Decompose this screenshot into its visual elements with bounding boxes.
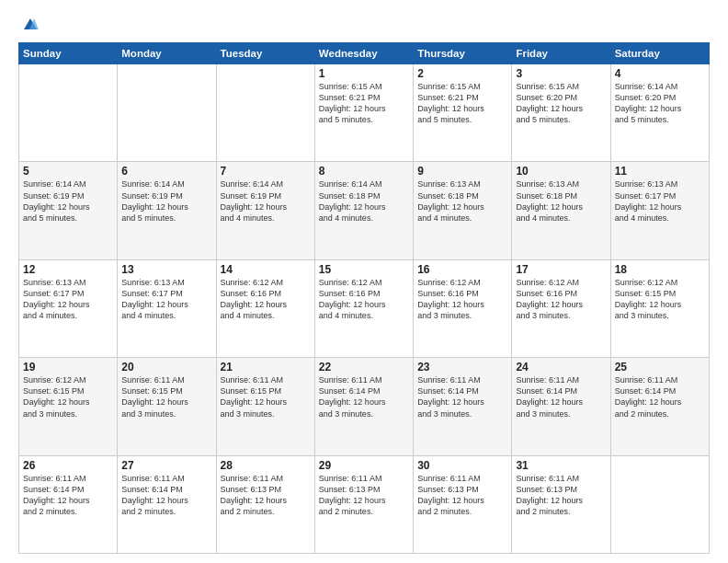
day-info: Sunrise: 6:12 AM Sunset: 6:16 PM Dayligh… [417, 277, 507, 322]
day-info: Sunrise: 6:11 AM Sunset: 6:14 PM Dayligh… [23, 473, 113, 518]
col-header-tuesday: Tuesday [216, 43, 314, 64]
day-number: 7 [221, 165, 311, 178]
day-info: Sunrise: 6:15 AM Sunset: 6:20 PM Dayligh… [516, 81, 606, 126]
day-number: 3 [516, 67, 606, 80]
day-info: Sunrise: 6:13 AM Sunset: 6:17 PM Dayligh… [615, 178, 705, 224]
calendar-header-row: SundayMondayTuesdayWednesdayThursdayFrid… [19, 43, 710, 64]
day-info: Sunrise: 6:14 AM Sunset: 6:18 PM Dayligh… [319, 178, 409, 224]
day-info: Sunrise: 6:11 AM Sunset: 6:15 PM Dayligh… [121, 374, 211, 419]
day-number: 19 [23, 361, 113, 373]
calendar-cell: 13Sunrise: 6:13 AM Sunset: 6:17 PM Dayli… [118, 259, 216, 357]
day-number: 2 [417, 67, 507, 80]
day-number: 12 [23, 263, 113, 276]
calendar-cell: 10Sunrise: 6:13 AM Sunset: 6:18 PM Dayli… [512, 162, 610, 259]
day-number: 13 [121, 263, 211, 276]
day-number: 20 [121, 361, 211, 373]
calendar-cell: 9Sunrise: 6:13 AM Sunset: 6:18 PM Daylig… [414, 162, 512, 259]
day-number: 1 [319, 67, 409, 80]
day-info: Sunrise: 6:11 AM Sunset: 6:14 PM Dayligh… [615, 374, 705, 419]
day-info: Sunrise: 6:12 AM Sunset: 6:15 PM Dayligh… [23, 374, 113, 419]
day-number: 26 [23, 459, 113, 472]
calendar-cell: 15Sunrise: 6:12 AM Sunset: 6:16 PM Dayli… [314, 259, 413, 357]
day-info: Sunrise: 6:11 AM Sunset: 6:14 PM Dayligh… [516, 374, 606, 419]
day-number: 24 [516, 361, 606, 373]
calendar-cell: 24Sunrise: 6:11 AM Sunset: 6:14 PM Dayli… [512, 358, 610, 455]
page: SundayMondayTuesdayWednesdayThursdayFrid… [0, 0, 728, 563]
calendar-cell: 12Sunrise: 6:13 AM Sunset: 6:17 PM Dayli… [19, 259, 118, 357]
calendar-cell: 21Sunrise: 6:11 AM Sunset: 6:15 PM Dayli… [216, 358, 314, 455]
calendar-cell: 31Sunrise: 6:11 AM Sunset: 6:13 PM Dayli… [512, 455, 610, 553]
calendar-cell [19, 64, 118, 162]
calendar-cell: 16Sunrise: 6:12 AM Sunset: 6:16 PM Dayli… [414, 259, 512, 357]
day-number: 27 [121, 459, 211, 472]
day-info: Sunrise: 6:13 AM Sunset: 6:17 PM Dayligh… [23, 277, 113, 322]
col-header-monday: Monday [118, 43, 216, 64]
calendar-cell: 23Sunrise: 6:11 AM Sunset: 6:14 PM Dayli… [414, 358, 512, 455]
calendar-cell: 22Sunrise: 6:11 AM Sunset: 6:14 PM Dayli… [314, 358, 413, 455]
day-info: Sunrise: 6:11 AM Sunset: 6:13 PM Dayligh… [417, 473, 507, 518]
calendar-week-row: 1Sunrise: 6:15 AM Sunset: 6:21 PM Daylig… [19, 64, 710, 162]
calendar-cell: 5Sunrise: 6:14 AM Sunset: 6:19 PM Daylig… [19, 162, 118, 259]
day-info: Sunrise: 6:12 AM Sunset: 6:16 PM Dayligh… [319, 277, 409, 322]
day-info: Sunrise: 6:14 AM Sunset: 6:19 PM Dayligh… [23, 178, 113, 224]
day-number: 17 [516, 263, 606, 276]
day-number: 22 [319, 361, 409, 373]
calendar-week-row: 19Sunrise: 6:12 AM Sunset: 6:15 PM Dayli… [19, 358, 710, 455]
calendar-cell: 2Sunrise: 6:15 AM Sunset: 6:21 PM Daylig… [414, 64, 512, 162]
day-info: Sunrise: 6:15 AM Sunset: 6:21 PM Dayligh… [417, 81, 507, 126]
calendar-cell: 28Sunrise: 6:11 AM Sunset: 6:13 PM Dayli… [216, 455, 314, 553]
day-number: 8 [319, 165, 409, 178]
day-number: 29 [319, 459, 409, 472]
calendar-cell: 6Sunrise: 6:14 AM Sunset: 6:19 PM Daylig… [118, 162, 216, 259]
calendar-cell: 3Sunrise: 6:15 AM Sunset: 6:20 PM Daylig… [512, 64, 610, 162]
day-info: Sunrise: 6:11 AM Sunset: 6:13 PM Dayligh… [516, 473, 606, 518]
col-header-sunday: Sunday [19, 43, 118, 64]
logo [18, 17, 39, 33]
day-info: Sunrise: 6:13 AM Sunset: 6:17 PM Dayligh… [121, 277, 211, 322]
day-info: Sunrise: 6:11 AM Sunset: 6:13 PM Dayligh… [319, 473, 409, 518]
calendar-cell: 8Sunrise: 6:14 AM Sunset: 6:18 PM Daylig… [314, 162, 413, 259]
day-info: Sunrise: 6:12 AM Sunset: 6:16 PM Dayligh… [516, 277, 606, 322]
calendar-cell: 11Sunrise: 6:13 AM Sunset: 6:17 PM Dayli… [610, 162, 709, 259]
calendar-cell: 1Sunrise: 6:15 AM Sunset: 6:21 PM Daylig… [314, 64, 413, 162]
col-header-saturday: Saturday [610, 43, 709, 64]
day-info: Sunrise: 6:11 AM Sunset: 6:13 PM Dayligh… [221, 473, 311, 518]
calendar-cell: 27Sunrise: 6:11 AM Sunset: 6:14 PM Dayli… [118, 455, 216, 553]
calendar-week-row: 5Sunrise: 6:14 AM Sunset: 6:19 PM Daylig… [19, 162, 710, 259]
calendar-cell: 17Sunrise: 6:12 AM Sunset: 6:16 PM Dayli… [512, 259, 610, 357]
day-number: 25 [615, 361, 705, 373]
day-info: Sunrise: 6:12 AM Sunset: 6:15 PM Dayligh… [615, 277, 705, 322]
col-header-friday: Friday [512, 43, 610, 64]
day-info: Sunrise: 6:11 AM Sunset: 6:14 PM Dayligh… [417, 374, 507, 419]
calendar-cell: 18Sunrise: 6:12 AM Sunset: 6:15 PM Dayli… [610, 259, 709, 357]
day-number: 21 [221, 361, 311, 373]
calendar-cell: 4Sunrise: 6:14 AM Sunset: 6:20 PM Daylig… [610, 64, 709, 162]
day-number: 28 [221, 459, 311, 472]
calendar-week-row: 26Sunrise: 6:11 AM Sunset: 6:14 PM Dayli… [19, 455, 710, 553]
calendar-cell: 20Sunrise: 6:11 AM Sunset: 6:15 PM Dayli… [118, 358, 216, 455]
day-info: Sunrise: 6:15 AM Sunset: 6:21 PM Dayligh… [319, 81, 409, 126]
header [18, 17, 710, 33]
day-number: 18 [615, 263, 705, 276]
day-number: 11 [615, 165, 705, 178]
day-number: 16 [417, 263, 507, 276]
calendar-cell [118, 64, 216, 162]
day-number: 14 [221, 263, 311, 276]
day-number: 9 [417, 165, 507, 178]
calendar-cell: 19Sunrise: 6:12 AM Sunset: 6:15 PM Dayli… [19, 358, 118, 455]
col-header-wednesday: Wednesday [314, 43, 413, 64]
day-info: Sunrise: 6:11 AM Sunset: 6:14 PM Dayligh… [121, 473, 211, 518]
calendar-cell: 26Sunrise: 6:11 AM Sunset: 6:14 PM Dayli… [19, 455, 118, 553]
col-header-thursday: Thursday [414, 43, 512, 64]
calendar-cell [610, 455, 709, 553]
day-info: Sunrise: 6:14 AM Sunset: 6:19 PM Dayligh… [221, 178, 311, 224]
calendar-table: SundayMondayTuesdayWednesdayThursdayFrid… [18, 42, 710, 554]
calendar-cell [216, 64, 314, 162]
calendar-cell: 25Sunrise: 6:11 AM Sunset: 6:14 PM Dayli… [610, 358, 709, 455]
calendar-cell: 30Sunrise: 6:11 AM Sunset: 6:13 PM Dayli… [414, 455, 512, 553]
day-number: 10 [516, 165, 606, 178]
calendar-week-row: 12Sunrise: 6:13 AM Sunset: 6:17 PM Dayli… [19, 259, 710, 357]
day-number: 23 [417, 361, 507, 373]
calendar-cell: 14Sunrise: 6:12 AM Sunset: 6:16 PM Dayli… [216, 259, 314, 357]
logo-icon [22, 17, 39, 33]
